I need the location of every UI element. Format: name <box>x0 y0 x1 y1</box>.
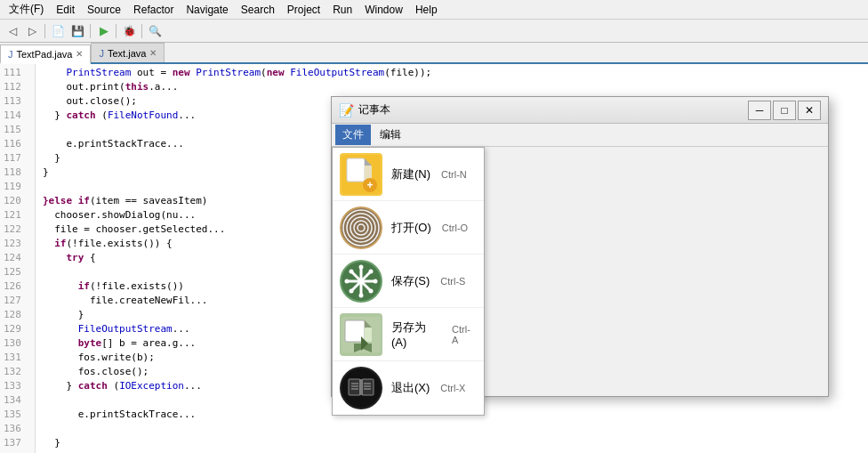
svg-rect-28 <box>365 328 372 342</box>
svg-rect-31 <box>349 379 360 395</box>
toolbar-search[interactable]: 🔍 <box>146 22 164 40</box>
new-label: 新建(N) <box>391 166 430 182</box>
notepad-menu-edit[interactable]: 编辑 <box>373 125 408 145</box>
exit-menu-text: 退出(X) Ctrl-X <box>391 380 477 396</box>
tab-textpad-close[interactable]: ✕ <box>76 49 83 59</box>
notepad-minimize-button[interactable]: ─ <box>748 101 771 120</box>
toolbar-forward[interactable]: ▷ <box>23 22 41 40</box>
open-label: 打开(O) <box>391 220 431 236</box>
open-menu-text: 打开(O) Ctrl-O <box>391 220 477 236</box>
save-icon <box>340 260 382 303</box>
toolbar-sep-1 <box>44 24 45 38</box>
new-menu-text: 新建(N) Ctrl-N <box>391 166 477 182</box>
save-label: 保存(S) <box>391 273 430 289</box>
tab-text-label: Text.java <box>108 48 146 59</box>
saveas-label: 另存为(A) <box>391 320 441 349</box>
save-menu-text: 保存(S) Ctrl-S <box>391 273 477 289</box>
notepad-window: 📝 记事本 ─ □ ✕ 文件 编辑 + <box>331 96 829 397</box>
menu-help[interactable]: Help <box>410 2 443 18</box>
saveas-icon <box>340 313 382 356</box>
svg-rect-32 <box>362 379 374 395</box>
menu-window[interactable]: Window <box>359 2 408 18</box>
notepad-maximize-button[interactable]: □ <box>773 101 796 120</box>
exit-shortcut: Ctrl-X <box>440 383 465 393</box>
toolbar-run[interactable]: ▶ <box>94 22 112 40</box>
exit-label: 退出(X) <box>391 380 430 396</box>
toolbar-sep-3 <box>116 24 117 38</box>
svg-point-20 <box>374 279 378 283</box>
svg-point-23 <box>369 269 374 273</box>
new-icon: + <box>340 153 382 196</box>
notepad-titlebar: 📝 记事本 ─ □ ✕ <box>332 97 828 124</box>
menu-source[interactable]: Source <box>82 2 126 18</box>
menu-file[interactable]: 文件(F) <box>4 0 49 19</box>
open-icon <box>340 206 382 249</box>
svg-point-24 <box>350 288 354 293</box>
notepad-close-button[interactable]: ✕ <box>798 101 821 120</box>
notepad-win-buttons: ─ □ ✕ <box>748 101 821 120</box>
tab-text-java[interactable]: J Text.java ✕ <box>91 43 165 62</box>
menu-item-new[interactable]: + 新建(N) Ctrl-N <box>333 148 484 201</box>
menu-edit[interactable]: Edit <box>51 2 80 18</box>
tab-textpad-icon: J <box>8 49 13 60</box>
tab-textpad-java[interactable]: J TextPad.java ✕ <box>0 44 91 64</box>
saveas-shortcut: Ctrl-A <box>452 324 477 345</box>
notepad-menubar: 文件 编辑 <box>332 124 828 147</box>
svg-point-22 <box>369 288 374 293</box>
toolbar-sep-4 <box>141 24 142 38</box>
svg-point-30 <box>342 368 381 408</box>
tab-text-close[interactable]: ✕ <box>149 48 157 58</box>
toolbar: ◁ ▷ 📄 💾 ▶ 🐞 🔍 <box>0 20 868 43</box>
menu-item-exit[interactable]: 退出(X) Ctrl-X <box>333 361 484 415</box>
tab-text-icon: J <box>99 48 104 59</box>
menu-bar: 文件(F) Edit Source Refactor Navigate Sear… <box>0 0 868 20</box>
save-shortcut: Ctrl-S <box>440 276 465 287</box>
notepad-title-icon: 📝 <box>339 103 353 117</box>
menu-run[interactable]: Run <box>327 2 358 18</box>
toolbar-new[interactable]: 📄 <box>49 22 67 40</box>
svg-point-18 <box>359 293 364 297</box>
svg-text:+: + <box>366 179 373 191</box>
notepad-menu-file[interactable]: 文件 <box>335 125 371 145</box>
menu-project[interactable]: Project <box>282 2 326 18</box>
svg-point-17 <box>359 264 364 269</box>
svg-rect-1 <box>347 158 365 182</box>
toolbar-back[interactable]: ◁ <box>4 22 21 40</box>
toolbar-sep-2 <box>90 24 91 38</box>
notepad-title-text: 记事本 <box>358 102 748 117</box>
menu-search[interactable]: Search <box>236 2 280 18</box>
toolbar-save[interactable]: 💾 <box>68 22 86 40</box>
svg-point-21 <box>350 269 354 273</box>
open-shortcut: Ctrl-O <box>442 222 468 233</box>
new-shortcut: Ctrl-N <box>441 169 467 180</box>
exit-icon <box>340 367 382 409</box>
menu-item-save[interactable]: 保存(S) Ctrl-S <box>333 255 484 308</box>
svg-point-19 <box>345 279 350 283</box>
line-numbers: 111112113114 115116117118 119120121122 1… <box>0 64 36 453</box>
saveas-menu-text: 另存为(A) Ctrl-A <box>391 320 477 349</box>
toolbar-debug[interactable]: 🐞 <box>120 22 138 40</box>
tab-bar: J TextPad.java ✕ J Text.java ✕ <box>0 43 868 64</box>
menu-item-saveas[interactable]: 另存为(A) Ctrl-A <box>333 308 484 361</box>
tab-textpad-label: TextPad.java <box>17 49 73 60</box>
menu-navigate[interactable]: Navigate <box>181 2 233 18</box>
menu-refactor[interactable]: Refactor <box>128 2 179 18</box>
menu-item-open[interactable]: 打开(O) Ctrl-O <box>333 201 484 255</box>
notepad-dropdown-menu: + 新建(N) Ctrl-N <box>332 147 485 416</box>
